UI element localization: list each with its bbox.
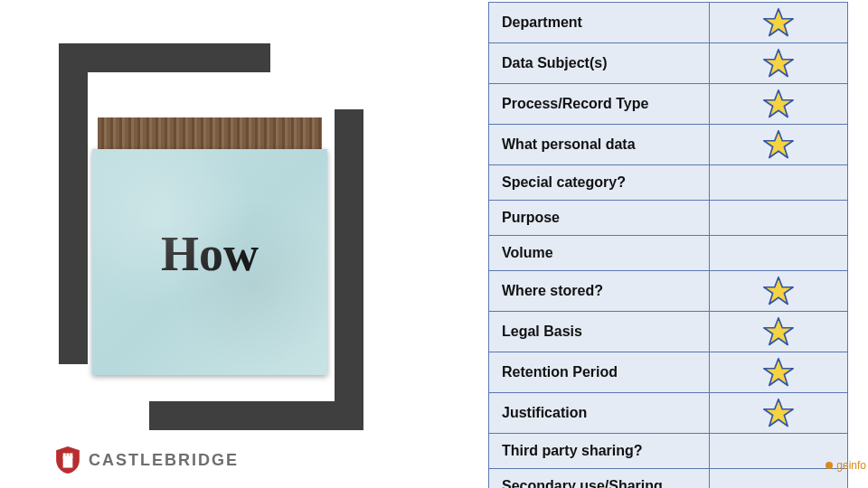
svg-rect-11 [66, 454, 69, 458]
row-icon-cell [710, 271, 847, 311]
table-row: What personal data [488, 125, 848, 165]
watermark-dot-icon [826, 462, 833, 469]
row-icon-cell [710, 236, 847, 270]
castlebridge-logo: CASTLEBRIDGE [56, 446, 239, 474]
star-icon [763, 316, 794, 347]
svg-marker-0 [764, 9, 793, 36]
table-row: Third party sharing? [488, 434, 848, 469]
star-icon [763, 48, 794, 79]
table-row: Secondary use/Sharing [488, 469, 848, 488]
row-icon-cell [710, 393, 847, 433]
row-icon-cell [710, 469, 847, 488]
row-icon-cell [710, 84, 847, 124]
row-label: Legal Basis [489, 312, 710, 352]
svg-marker-6 [764, 359, 793, 386]
frame-bracket [149, 401, 361, 430]
table-row: Legal Basis [488, 312, 848, 352]
table-row: Justification [488, 393, 848, 434]
star-icon [763, 7, 794, 38]
frame-bracket [335, 109, 363, 430]
star-icon [763, 357, 794, 388]
table-row: Retention Period [488, 352, 848, 393]
star-icon [763, 398, 794, 428]
row-label: Volume [489, 236, 710, 270]
row-label: Department [489, 3, 710, 42]
table-row: Process/Record Type [488, 84, 848, 125]
sticky-note: How [92, 149, 327, 375]
frame-bracket [59, 43, 270, 72]
watermark-text: geinfo [836, 459, 866, 472]
row-label: Purpose [489, 201, 710, 235]
svg-marker-2 [764, 90, 793, 117]
row-label: Secondary use/Sharing [489, 469, 710, 488]
svg-marker-1 [764, 50, 793, 77]
star-icon [763, 129, 794, 160]
row-label: Third party sharing? [489, 434, 710, 468]
table-row: Data Subject(s) [488, 43, 848, 84]
row-label: Where stored? [489, 271, 710, 311]
row-label: Justification [489, 393, 710, 433]
row-icon-cell [710, 165, 847, 200]
sticky-note-text: How [92, 226, 327, 282]
row-icon-cell [710, 3, 847, 42]
frame-bracket [59, 43, 88, 364]
logo-text: CASTLEBRIDGE [89, 451, 239, 470]
row-label: Retention Period [489, 352, 710, 392]
star-icon [763, 276, 794, 306]
table-row: Department [488, 2, 848, 43]
svg-marker-3 [764, 131, 793, 158]
data-inventory-table: Department Data Subject(s) Process/Recor… [488, 2, 848, 488]
star-icon [763, 89, 794, 119]
table-row: Where stored? [488, 271, 848, 312]
svg-rect-10 [70, 454, 72, 458]
shield-icon [56, 446, 80, 474]
row-icon-cell [710, 125, 847, 164]
table-row: Special category? [488, 165, 848, 201]
table-row: Purpose [488, 201, 848, 236]
row-label: Process/Record Type [489, 84, 710, 124]
svg-marker-7 [764, 399, 793, 427]
row-icon-cell [710, 312, 847, 352]
sticky-note-photo: How [98, 117, 322, 372]
row-label: Data Subject(s) [489, 43, 710, 83]
row-icon-cell [710, 43, 847, 83]
row-icon-cell [710, 352, 847, 392]
table-row: Volume [488, 236, 848, 271]
row-label: Special category? [489, 165, 710, 200]
row-icon-cell [710, 201, 847, 235]
watermark: geinfo [826, 459, 866, 472]
row-label: What personal data [489, 125, 710, 164]
svg-marker-4 [764, 277, 793, 305]
svg-marker-5 [764, 318, 793, 345]
svg-rect-9 [63, 454, 66, 458]
